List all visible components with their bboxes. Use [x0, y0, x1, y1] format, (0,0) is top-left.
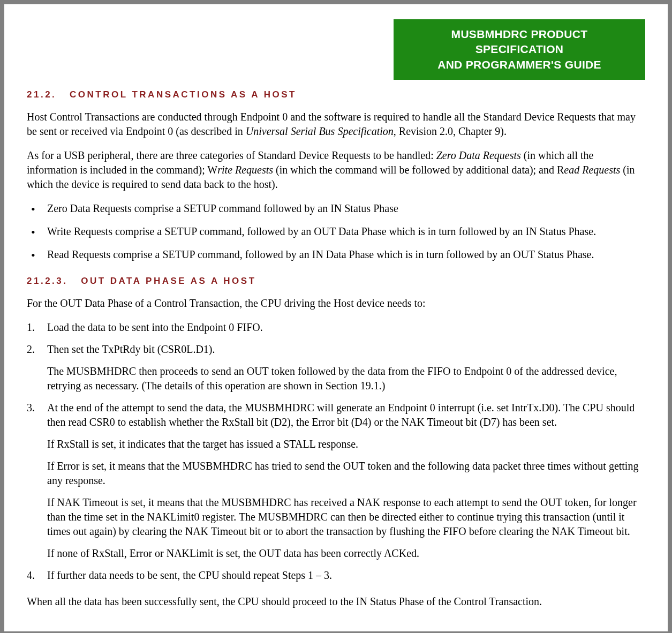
section-heading-21-2-3: 21.2.3. OUT DATA PHASE AS A HOST — [27, 276, 645, 287]
header-line-1: MUSBMHDRC PRODUCT SPECIFICATION — [451, 28, 588, 55]
step-subpara: If NAK Timeout is set, it means that the… — [47, 495, 645, 539]
closing-paragraph: When all the data has been successfully … — [27, 594, 645, 609]
step-subpara: The MUSBMHDRC then proceeds to send an O… — [47, 364, 645, 393]
subsection-title: OUT DATA PHASE AS A HOST — [81, 276, 256, 286]
step-subpara: If RxStall is set, it indicates that the… — [47, 437, 645, 451]
section-heading-21-2: 21.2. CONTROL TRANSACTIONS AS A HOST — [27, 89, 645, 100]
request-types-list: Zero Data Requests comprise a SETUP comm… — [27, 201, 645, 262]
paragraph-intro-2: As for a USB peripheral, there are three… — [27, 148, 645, 192]
header-banner: MUSBMHDRC PRODUCT SPECIFICATION AND PROG… — [394, 19, 645, 80]
paragraph-intro-1: Host Control Transactions are conducted … — [27, 110, 645, 139]
section-title: CONTROL TRANSACTIONS AS A HOST — [70, 89, 297, 100]
step-subpara: If Error is set, it means that the MUSBM… — [47, 459, 645, 488]
list-item: Then set the TxPtRdy bit (CSR0L.D1). The… — [27, 342, 645, 393]
list-item: Write Requests comprise a SETUP command,… — [27, 224, 645, 239]
list-item: If further data needs to be sent, the CP… — [27, 568, 645, 583]
list-item: Zero Data Requests comprise a SETUP comm… — [27, 201, 645, 216]
list-item: Load the data to be sent into the Endpoi… — [27, 320, 645, 335]
out-data-phase-steps: Load the data to be sent into the Endpoi… — [27, 320, 645, 583]
list-item: At the end of the attempt to send the da… — [27, 401, 645, 561]
step-subpara: If none of RxStall, Error or NAKLimit is… — [47, 546, 645, 561]
subsection-number: 21.2.3. — [27, 276, 68, 286]
out-data-phase-intro: For the OUT Data Phase of a Control Tran… — [27, 296, 645, 311]
document-page: MUSBMHDRC PRODUCT SPECIFICATION AND PROG… — [4, 4, 668, 631]
list-item: Read Requests comprise a SETUP command, … — [27, 247, 645, 262]
section-number: 21.2. — [27, 89, 56, 100]
header-line-2: AND PROGRAMMER'S GUIDE — [437, 58, 601, 71]
